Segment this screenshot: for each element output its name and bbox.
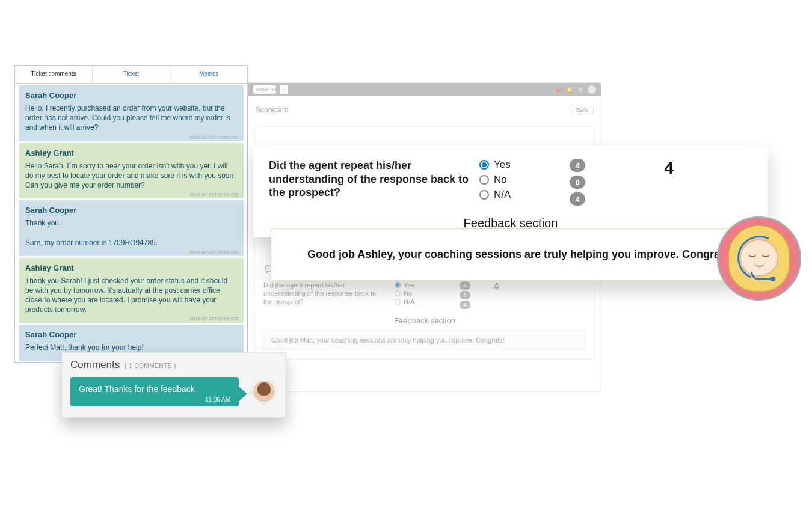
- gear-icon[interactable]: ⚙: [577, 86, 584, 93]
- radio-icon: [479, 160, 489, 170]
- bg-question-row: Did the agent repeat his/her understandi…: [263, 281, 586, 309]
- comment-row: Great! Thanks for the feedback 11:06 AM: [70, 377, 277, 406]
- ticket-message: Sarah Cooper Hello, I recently purchased…: [19, 85, 244, 141]
- comments-count: ( 1 COMMENTS ): [125, 363, 176, 369]
- option-na[interactable]: N/A: [479, 189, 570, 201]
- app-topbar: eople and kn ⌕ 📣 🔔 ⚙: [248, 83, 601, 96]
- radio-icon: [479, 175, 489, 185]
- bg-option-no[interactable]: No: [395, 290, 449, 297]
- question-text: Did the agent repeat his/her understandi…: [269, 159, 473, 200]
- timestamp: 2016-07-27T13:58:29Z: [189, 135, 239, 140]
- option-yes[interactable]: Yes: [479, 159, 570, 171]
- page-title: Scorecard: [256, 106, 289, 114]
- comment-avatar: [252, 379, 276, 403]
- tab-ticket[interactable]: Ticket: [92, 66, 170, 83]
- timestamp: 2016-07-27T13:59:22Z: [189, 316, 239, 322]
- ticket-tabs: Ticket comments Ticket Metrics: [15, 66, 247, 84]
- bg-question-text: Did the agent repeat his/her understandi…: [263, 281, 384, 306]
- comment-text: Great! Thanks for the feedback: [79, 384, 230, 394]
- ticket-panel: Ticket comments Ticket Metrics Sarah Coo…: [14, 65, 248, 363]
- badge: 4: [570, 192, 585, 206]
- message-body: Hello, I recently purchased an order fro…: [25, 103, 237, 133]
- question-options: Yes No N/A: [479, 159, 570, 204]
- comments-header: Comments ( 1 COMMENTS ): [70, 359, 277, 371]
- ticket-message: Sarah Cooper Thank you. Sure, my order n…: [19, 200, 244, 256]
- question-score: 4: [585, 159, 752, 178]
- author-name: Sarah Cooper: [25, 91, 237, 100]
- badge: 4: [570, 159, 585, 172]
- badge: 0: [570, 176, 585, 189]
- author-name: Ashley Grant: [25, 148, 237, 158]
- message-body: Hello Sarah. I´m sorry to hear your orde…: [25, 161, 237, 191]
- bg-option-yes[interactable]: Yes: [395, 281, 449, 289]
- bg-question-score: 4: [481, 281, 511, 292]
- message-body: Perfect Matt, thank you for your help!: [25, 343, 237, 352]
- bg-option-na[interactable]: N/A: [395, 298, 449, 305]
- message-body: Thank you Sarah! I just checked your ord…: [25, 276, 237, 315]
- badge: 4: [460, 301, 470, 309]
- comments-panel: Comments ( 1 COMMENTS ) Great! Thanks fo…: [61, 352, 286, 418]
- ticket-message: Ashley Grant Thank you Sarah! I just che…: [19, 258, 244, 323]
- author-name: Sarah Cooper: [25, 206, 237, 215]
- avatar[interactable]: [588, 85, 596, 94]
- author-name: Sarah Cooper: [25, 330, 237, 339]
- bell-icon[interactable]: 🔔: [566, 86, 573, 93]
- tab-ticket-comments[interactable]: Ticket comments: [15, 66, 92, 83]
- comments-title: Comments: [70, 359, 120, 370]
- radio-icon: [395, 299, 401, 305]
- radio-icon: [479, 190, 489, 200]
- score-badges: 4 0 4: [570, 159, 585, 206]
- comment-time: 11:06 AM: [79, 396, 230, 403]
- timestamp: 2016-07-27T13:58:29Z: [189, 249, 239, 255]
- ticket-messages: Sarah Cooper Hello, I recently purchased…: [15, 85, 247, 361]
- question-card: Did the agent repeat his/her understandi…: [253, 145, 768, 237]
- badge: 4: [460, 281, 470, 290]
- search-input[interactable]: eople and kn: [253, 85, 276, 94]
- radio-icon: [395, 282, 401, 288]
- app-subheader: Scorecard Back: [248, 96, 601, 124]
- bg-feedback-text: Good job Matt, your coaching sessions ar…: [263, 330, 586, 350]
- badge: 0: [460, 291, 470, 299]
- author-name: Ashley Grant: [25, 263, 237, 272]
- timestamp: 2016-07-27T13:59:22Z: [189, 192, 239, 197]
- tab-metrics[interactable]: Metrics: [170, 66, 247, 83]
- option-no[interactable]: No: [479, 174, 570, 186]
- bg-score-badges: 4 0 4: [460, 281, 470, 309]
- search-icon[interactable]: ⌕: [280, 85, 288, 94]
- bg-feedback-title: Feedback section: [263, 316, 586, 325]
- feedback-callout: Good job Ashley, your coaching sessions …: [271, 228, 770, 281]
- agent-avatar-icon: [717, 216, 801, 301]
- feedback-text: Good job Ashley, your coaching sessions …: [307, 248, 733, 260]
- comment-bubble: Great! Thanks for the feedback 11:06 AM: [70, 377, 239, 406]
- back-button[interactable]: Back: [571, 105, 594, 115]
- megaphone-icon[interactable]: 📣: [555, 86, 562, 93]
- ticket-message: Ashley Grant Hello Sarah. I´m sorry to h…: [19, 143, 244, 199]
- radio-icon: [395, 290, 401, 296]
- message-body: Thank you. Sure, my order number is 1709…: [25, 218, 237, 248]
- bg-question-options: Yes No N/A: [395, 281, 449, 307]
